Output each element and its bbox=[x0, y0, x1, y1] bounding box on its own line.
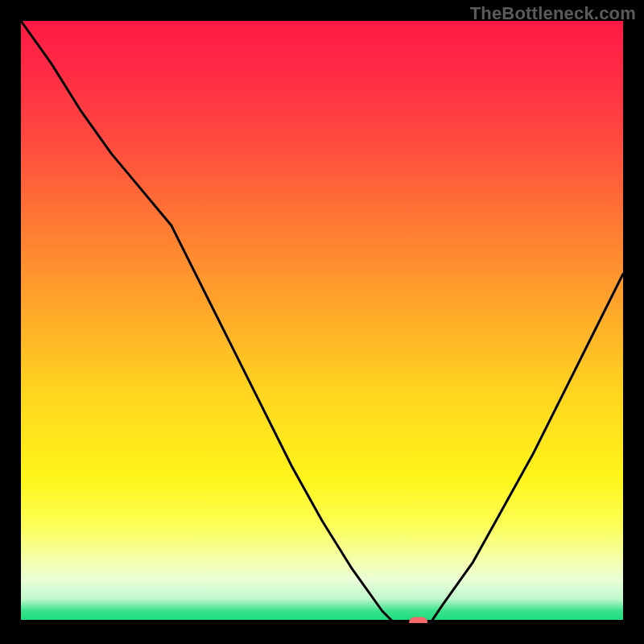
plot-area bbox=[21, 21, 623, 623]
optimal-point-marker bbox=[410, 617, 427, 623]
watermark-text: TheBottleneck.com bbox=[470, 3, 636, 24]
chart-frame: TheBottleneck.com bbox=[0, 0, 644, 644]
bottleneck-curve-line bbox=[21, 21, 623, 623]
curve-svg bbox=[21, 21, 623, 623]
